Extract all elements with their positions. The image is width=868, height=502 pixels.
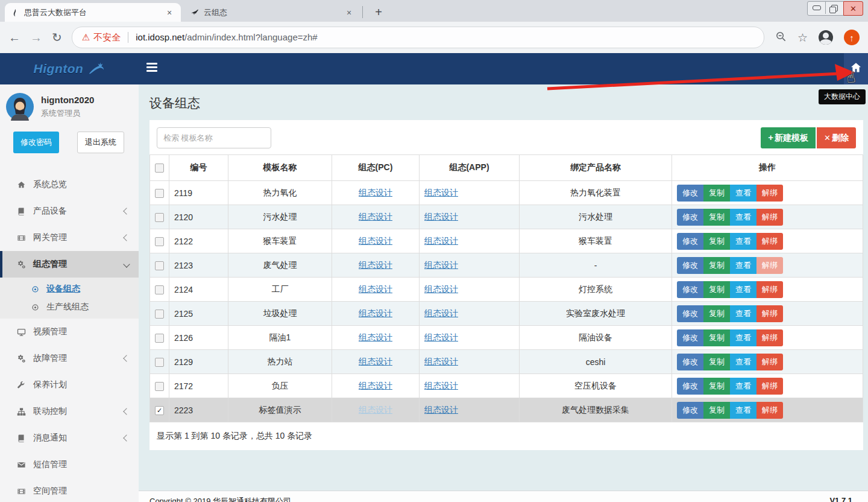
sidebar-item[interactable]: 组态管理	[0, 251, 139, 278]
config-pc-link[interactable]: 组态设计	[359, 236, 392, 246]
config-pc-link[interactable]: 组态设计	[359, 260, 392, 270]
action-edit-button[interactable]: 修改	[677, 209, 703, 226]
action-unbind-button[interactable]: 解绑	[756, 402, 783, 419]
new-template-button[interactable]: 新建模板	[761, 127, 816, 148]
action-unbind-button[interactable]: 解绑	[756, 305, 783, 322]
sidebar-subitem[interactable]: 生产线组态	[0, 298, 139, 316]
action-edit-button[interactable]: 修改	[677, 378, 703, 395]
sidebar-item[interactable]: 视频管理	[0, 319, 139, 345]
change-password-button[interactable]: 修改密码	[13, 132, 59, 153]
window-close-button[interactable]	[843, 1, 863, 16]
new-tab-button[interactable]	[370, 4, 387, 21]
config-app-link[interactable]: 组态设计	[424, 381, 458, 390]
hamburger-menu-icon[interactable]	[146, 63, 157, 72]
row-checkbox[interactable]	[155, 358, 164, 367]
window-minimize-button[interactable]	[808, 2, 826, 14]
row-checkbox[interactable]	[155, 334, 164, 343]
config-app-link[interactable]: 组态设计	[424, 188, 458, 197]
action-copy-button[interactable]: 复制	[703, 233, 730, 250]
config-pc-link[interactable]: 组态设计	[359, 284, 392, 294]
back-button[interactable]	[8, 31, 20, 45]
config-pc-link[interactable]: 组态设计	[359, 308, 392, 318]
config-app-link[interactable]: 组态设计	[424, 284, 458, 294]
action-view-button[interactable]: 查看	[730, 209, 756, 226]
action-unbind-button[interactable]: 解绑	[756, 233, 783, 250]
sidebar-item[interactable]: 产品设备	[0, 198, 139, 224]
user-avatar[interactable]	[6, 93, 34, 121]
tab-close-icon[interactable]	[164, 7, 175, 18]
row-checkbox[interactable]	[155, 237, 164, 246]
action-edit-button[interactable]: 修改	[677, 354, 703, 370]
sidebar-item[interactable]: 系统总览	[0, 171, 139, 198]
action-edit-button[interactable]: 修改	[677, 305, 703, 322]
sidebar-item[interactable]: 保养计划	[0, 372, 139, 398]
sidebar-item[interactable]: 短信管理	[0, 451, 139, 478]
forward-button[interactable]	[30, 31, 42, 45]
action-view-button[interactable]: 查看	[730, 233, 756, 250]
action-copy-button[interactable]: 复制	[703, 354, 730, 370]
row-checkbox[interactable]	[155, 189, 164, 198]
browser-profile-avatar[interactable]	[819, 30, 833, 45]
search-input[interactable]	[157, 127, 271, 148]
action-edit-button[interactable]: 修改	[677, 329, 703, 346]
action-view-button[interactable]: 查看	[730, 281, 756, 298]
sidebar-item[interactable]: 空间管理	[0, 478, 139, 502]
select-all-checkbox[interactable]	[155, 164, 164, 173]
action-view-button[interactable]: 查看	[730, 378, 756, 395]
row-checkbox[interactable]	[155, 310, 164, 319]
action-copy-button[interactable]: 复制	[703, 257, 730, 274]
config-app-link[interactable]: 组态设计	[424, 357, 458, 366]
action-copy-button[interactable]: 复制	[703, 281, 730, 298]
config-app-link[interactable]: 组态设计	[424, 212, 458, 221]
action-view-button[interactable]: 查看	[730, 305, 756, 322]
action-edit-button[interactable]: 修改	[677, 257, 703, 274]
sidebar-item[interactable]: 网关管理	[0, 224, 139, 251]
action-unbind-button[interactable]: 解绑	[756, 281, 783, 298]
action-copy-button[interactable]: 复制	[703, 402, 730, 419]
action-edit-button[interactable]: 修改	[677, 233, 703, 250]
action-view-button[interactable]: 查看	[730, 185, 756, 202]
action-view-button[interactable]: 查看	[730, 402, 756, 419]
action-copy-button[interactable]: 复制	[703, 185, 730, 202]
action-edit-button[interactable]: 修改	[677, 281, 703, 298]
action-copy-button[interactable]: 复制	[703, 209, 730, 226]
config-app-link[interactable]: 组态设计	[424, 332, 458, 342]
row-checkbox[interactable]	[155, 382, 164, 391]
action-unbind-button[interactable]: 解绑	[756, 378, 783, 395]
config-app-link[interactable]: 组态设计	[424, 308, 458, 318]
action-copy-button[interactable]: 复制	[703, 378, 730, 395]
extension-button[interactable]	[844, 30, 860, 45]
config-app-link[interactable]: 组态设计	[424, 236, 458, 246]
config-pc-link[interactable]: 组态设计	[359, 405, 392, 415]
delete-button[interactable]: 删除	[817, 127, 856, 148]
bookmark-star-icon[interactable]	[797, 31, 808, 45]
row-checkbox[interactable]	[155, 213, 164, 222]
action-unbind-button[interactable]: 解绑	[756, 209, 783, 226]
action-view-button[interactable]: 查看	[730, 257, 756, 274]
zoom-out-icon[interactable]	[775, 31, 787, 45]
tab-close-icon[interactable]	[344, 7, 354, 18]
big-data-center-home-button[interactable]	[844, 53, 868, 84]
config-app-link[interactable]: 组态设计	[424, 405, 458, 415]
action-view-button[interactable]: 查看	[730, 329, 756, 346]
action-edit-button[interactable]: 修改	[677, 185, 703, 202]
window-restore-button[interactable]	[826, 2, 844, 14]
logout-button[interactable]: 退出系统	[77, 132, 124, 153]
row-checkbox[interactable]	[155, 406, 164, 415]
browser-tab-background[interactable]: 云组态	[184, 3, 360, 22]
reload-button[interactable]	[52, 30, 62, 45]
action-unbind-button[interactable]: 解绑	[756, 329, 783, 346]
row-checkbox[interactable]	[155, 285, 164, 294]
config-app-link[interactable]: 组态设计	[424, 260, 458, 270]
browser-tab-current[interactable]: 思普云大数据平台	[5, 3, 181, 22]
action-unbind-button[interactable]: 解绑	[756, 257, 783, 274]
action-copy-button[interactable]: 复制	[703, 305, 730, 322]
config-pc-link[interactable]: 组态设计	[359, 188, 392, 197]
config-pc-link[interactable]: 组态设计	[359, 357, 392, 366]
sidebar-subitem[interactable]: 设备组态	[0, 280, 139, 298]
action-view-button[interactable]: 查看	[730, 354, 756, 370]
action-unbind-button[interactable]: 解绑	[756, 185, 783, 202]
config-pc-link[interactable]: 组态设计	[359, 381, 392, 390]
action-unbind-button[interactable]: 解绑	[756, 354, 783, 370]
url-field[interactable]: 不安全 iot.idosp.net/admin/index.html?langu…	[72, 27, 764, 48]
